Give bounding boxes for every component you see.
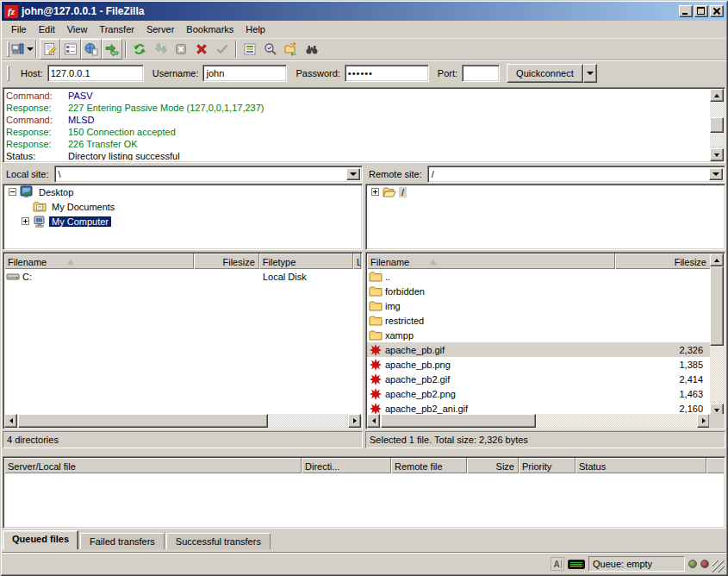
- toggle-transfer-queue-button[interactable]: [102, 39, 122, 59]
- column-header-last-modified[interactable]: L: [353, 254, 361, 269]
- remote-tree: /: [365, 184, 725, 250]
- toolbar-separator: [35, 41, 37, 58]
- remote-horizontal-scrollbar[interactable]: [367, 414, 710, 428]
- remote-file-row[interactable]: xampp: [367, 328, 710, 342]
- queue-column-remote-file[interactable]: Remote file: [391, 458, 467, 473]
- remote-file-row-selected[interactable]: apache_pb.gif2,326: [367, 342, 710, 357]
- remote-file-row[interactable]: img: [367, 298, 710, 313]
- scrollbar-thumb[interactable]: [18, 414, 268, 428]
- port-input[interactable]: [462, 65, 500, 82]
- tab-failed-transfers[interactable]: Failed transfers: [80, 533, 165, 549]
- local-tree: Desktop My Documents My Computer: [3, 184, 363, 250]
- toggle-remote-tree-button[interactable]: [81, 39, 102, 59]
- folder-icon: [369, 329, 383, 342]
- remote-vertical-scrollbar[interactable]: [710, 254, 724, 416]
- menu-edit[interactable]: Edit: [33, 22, 61, 36]
- password-input[interactable]: [345, 65, 429, 82]
- scrollbar-thumb[interactable]: [381, 414, 536, 428]
- scrollbar-thumb[interactable]: [710, 266, 724, 346]
- directory-comparison-button[interactable]: [260, 39, 281, 59]
- tab-queued-files[interactable]: Queued files: [3, 530, 78, 549]
- column-header-filesize[interactable]: Filesize: [615, 254, 710, 269]
- combo-dropdown-button[interactable]: [709, 168, 723, 180]
- synchronized-browsing-button[interactable]: [281, 39, 302, 59]
- remote-site-combo[interactable]: /: [427, 166, 725, 183]
- scroll-up-button[interactable]: [710, 89, 724, 102]
- username-input[interactable]: [202, 65, 287, 82]
- file-size: 1,385: [620, 360, 710, 370]
- cancel-operation-button[interactable]: [171, 39, 191, 59]
- quickconnect-button[interactable]: Quickconnect: [507, 64, 583, 83]
- tree-expand-icon[interactable]: [22, 217, 29, 225]
- scroll-up-button[interactable]: [710, 254, 724, 266]
- refresh-button[interactable]: [129, 39, 150, 59]
- remote-file-row[interactable]: ..: [367, 269, 710, 284]
- tab-successful-transfers[interactable]: Successful transfers: [166, 533, 271, 549]
- drive-icon: [6, 270, 20, 284]
- tree-item-my-computer[interactable]: My Computer: [3, 214, 362, 229]
- queue-column-priority[interactable]: Priority: [519, 458, 576, 473]
- menu-server[interactable]: Server: [140, 22, 180, 36]
- log-line: Response:227 Entering Passive Mode (127,…: [6, 102, 707, 114]
- chevron-down-icon: [350, 172, 357, 176]
- remote-file-row[interactable]: apache_pb.png1,385: [367, 357, 710, 372]
- scroll-right-button[interactable]: [697, 414, 710, 428]
- menu-view[interactable]: View: [61, 22, 94, 36]
- queue-column-direction[interactable]: Directi...: [302, 458, 391, 473]
- column-header-filename[interactable]: Filename: [367, 254, 615, 269]
- file-name: apache_pb2.png: [385, 389, 620, 399]
- column-header-filetype[interactable]: Filetype: [259, 254, 353, 269]
- toggle-local-tree-button[interactable]: [60, 39, 81, 59]
- toolbar-grip[interactable]: [7, 41, 9, 57]
- quickconnect-grip[interactable]: [7, 66, 9, 81]
- remote-file-row[interactable]: apache_pb2.gif2,414: [367, 372, 710, 386]
- tree-item-desktop[interactable]: Desktop: [3, 185, 362, 199]
- log-line: Command:MLSD: [6, 114, 707, 126]
- queue-column-server-local-file[interactable]: Server/Local file: [4, 458, 302, 473]
- remote-file-row[interactable]: forbidden: [367, 284, 710, 298]
- scroll-left-button[interactable]: [4, 414, 17, 428]
- tree-expand-icon[interactable]: [371, 188, 379, 196]
- tree-collapse-icon[interactable]: [9, 188, 16, 196]
- queue-column-status[interactable]: Status: [576, 458, 706, 473]
- reconnect-button[interactable]: [212, 39, 233, 59]
- scroll-right-button[interactable]: [348, 414, 361, 428]
- column-header-filename[interactable]: Filename: [4, 254, 194, 269]
- resize-grip[interactable]: [712, 560, 725, 573]
- menu-help[interactable]: Help: [240, 22, 271, 36]
- menu-file[interactable]: File: [5, 22, 33, 36]
- site-manager-button[interactable]: [12, 39, 33, 59]
- scroll-left-button[interactable]: [367, 414, 380, 428]
- title-bar[interactable]: fz john@127.0.0.1 - FileZilla: [2, 2, 726, 21]
- tree-item-root[interactable]: /: [366, 185, 725, 199]
- minimize-button[interactable]: [679, 5, 693, 17]
- local-file-row[interactable]: C: Local Disk: [4, 269, 363, 284]
- remote-file-row[interactable]: restricted: [367, 313, 710, 328]
- quickconnect-dropdown-button[interactable]: [583, 64, 597, 83]
- scroll-down-button[interactable]: [710, 148, 724, 161]
- combo-dropdown-button[interactable]: [346, 168, 360, 180]
- remote-file-row[interactable]: apache_pb2.png1,463: [367, 386, 710, 401]
- menu-transfer[interactable]: Transfer: [93, 22, 140, 36]
- find-files-button[interactable]: [302, 39, 322, 59]
- local-site-combo[interactable]: \: [54, 166, 363, 183]
- queue-column-size[interactable]: Size: [467, 458, 519, 473]
- toggle-message-log-button[interactable]: [40, 39, 60, 59]
- tree-item-my-documents[interactable]: My Documents: [3, 199, 362, 214]
- scrollbar-thumb[interactable]: [710, 117, 724, 133]
- disconnect-button[interactable]: [191, 39, 212, 59]
- process-queue-button[interactable]: [150, 39, 171, 59]
- local-horizontal-scrollbar[interactable]: [4, 414, 361, 428]
- column-header-filesize[interactable]: Filesize: [194, 254, 258, 269]
- maximize-button[interactable]: [694, 5, 708, 17]
- menu-bookmarks[interactable]: Bookmarks: [180, 22, 240, 36]
- filter-button[interactable]: [240, 39, 260, 59]
- log-scrollbar[interactable]: [710, 89, 724, 161]
- close-button[interactable]: [710, 5, 724, 17]
- site-manager-dropdown-icon[interactable]: [27, 47, 34, 51]
- pane-splitter[interactable]: [363, 166, 365, 448]
- host-input[interactable]: [47, 65, 144, 82]
- transfer-queue: Server/Local file Directi... Remote file…: [3, 456, 725, 529]
- log-line: Status:Directory listing successful: [6, 150, 707, 160]
- queue-body[interactable]: [4, 473, 724, 527]
